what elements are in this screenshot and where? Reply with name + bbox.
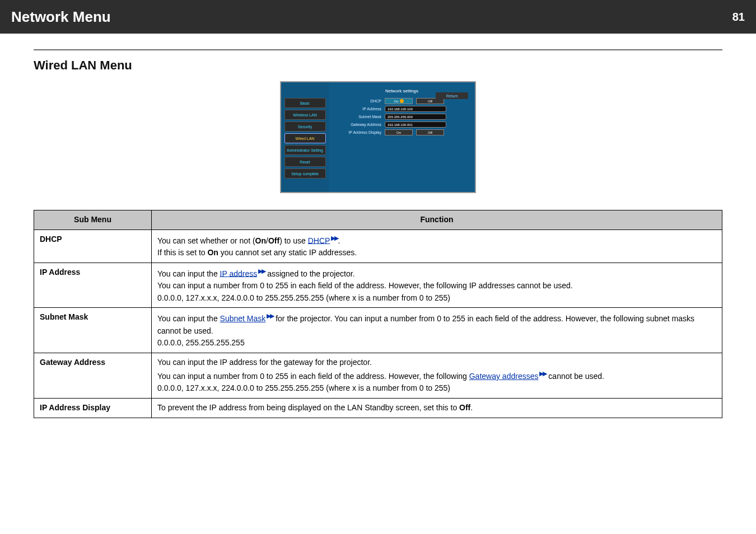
- screenshot-container: Basic Wireless LAN Security Wired LAN Ad…: [0, 81, 756, 193]
- gw-label: Gateway Address: [334, 123, 385, 127]
- sidebar-item-basic: Basic: [284, 98, 326, 108]
- ip-line2: You can input a number from 0 to 255 in …: [157, 280, 716, 292]
- settings-table-wrap: Sub Menu Function DHCP You can set wheth…: [34, 210, 722, 418]
- screenshot-sidebar: Basic Wireless LAN Security Wired LAN Ad…: [281, 82, 329, 192]
- row-mask-name: Subnet Mask: [34, 308, 152, 353]
- glossary-icon: ▶▶: [267, 312, 273, 319]
- gw-pre: You can input a number from 0 to 255 in …: [157, 372, 469, 381]
- page-number: 81: [732, 11, 745, 24]
- mask-label: Subnet Mask: [334, 115, 385, 119]
- return-button: Return: [436, 92, 468, 99]
- sidebar-item-reset: Reset: [284, 157, 326, 167]
- gw-value: 192.168.100.001: [385, 121, 446, 128]
- ipdisp-label: IP Address Display: [334, 130, 385, 134]
- section-title: Wired LAN Menu: [34, 58, 722, 73]
- row-gw-fn: You can input the IP address for the gat…: [152, 353, 722, 399]
- dhcp-on-bold: On: [255, 236, 266, 245]
- screenshot-main: Network settings Return DHCP On Off IP A…: [329, 82, 475, 192]
- ip-value: 192.168.100.100: [385, 106, 446, 112]
- mask-pre: You can input the: [157, 314, 220, 323]
- gw-line1: You can input the IP address for the gat…: [157, 357, 716, 369]
- th-function: Function: [152, 210, 722, 230]
- gw-link[interactable]: Gateway addresses: [469, 372, 539, 381]
- sidebar-item-wireless: Wireless LAN: [284, 110, 326, 120]
- dhcp-text: You can set whether or not (: [157, 236, 255, 245]
- row-dhcp-name: DHCP: [34, 229, 152, 263]
- dhcp-on-text: On: [394, 100, 398, 103]
- dhcp-line2-post: you cannot set any static IP addresses.: [218, 248, 357, 257]
- row-gw-name: Gateway Address: [34, 353, 152, 399]
- sidebar-item-admin: Administrator Setting: [284, 145, 326, 155]
- dhcp-label: DHCP: [334, 99, 385, 103]
- row-dhcp-fn: You can set whether or not (On/Off) to u…: [152, 229, 722, 263]
- ipdisp-pre: To prevent the IP address from being dis…: [157, 403, 459, 412]
- section-divider: [34, 49, 722, 50]
- ip-pre: You can input the: [157, 269, 220, 278]
- row-mask-fn: You can input the Subnet Mask▶▶ for the …: [152, 308, 722, 353]
- ipdisp-off-pill: Off: [416, 129, 444, 135]
- sidebar-item-setup-complete: Setup complete: [284, 168, 326, 179]
- ipdisp-post: .: [470, 403, 473, 412]
- dhcp-line2-on: On: [207, 248, 218, 257]
- ip-label: IP Address: [334, 107, 385, 111]
- sidebar-item-security: Security: [284, 121, 326, 132]
- settings-table: Sub Menu Function DHCP You can set wheth…: [34, 210, 722, 418]
- glossary-icon: ▶▶: [539, 370, 546, 377]
- ip-link[interactable]: IP address: [220, 269, 258, 278]
- dhcp-post: .: [338, 236, 340, 245]
- header-bar: Network Menu 81: [0, 0, 756, 34]
- ipdisp-off-bold: Off: [459, 403, 470, 412]
- row-ipdisp-name: IP Address Display: [34, 398, 152, 418]
- ip-line3: 0.0.0.0, 127.x.x.x, 224.0.0.0 to 255.255…: [157, 292, 716, 305]
- dhcp-on-pill: On: [385, 98, 413, 104]
- ip-post: assigned to the projector.: [265, 269, 354, 278]
- dhcp-link[interactable]: DHCP: [308, 236, 330, 245]
- mask-link[interactable]: Subnet Mask: [220, 314, 266, 323]
- page-title: Network Menu: [11, 8, 111, 26]
- sidebar-item-wired-lan: Wired LAN: [284, 133, 326, 143]
- mask-value: 255.255.255.000: [385, 114, 446, 120]
- glossary-icon: ▶▶: [331, 235, 338, 241]
- row-ip-fn: You can input the IP address▶▶ assigned …: [152, 263, 722, 308]
- row-ip-name: IP Address: [34, 263, 152, 308]
- ipdisp-on-pill: On: [385, 129, 413, 135]
- dhcp-line2-pre: If this is set to: [157, 248, 207, 257]
- dhcp-off-bold: Off: [268, 236, 279, 245]
- gw-line3: 0.0.0.0, 127.x.x.x, 224.0.0.0 to 255.255…: [157, 382, 716, 395]
- th-submenu: Sub Menu: [34, 210, 152, 230]
- dhcp-mid: ) to use: [279, 236, 308, 245]
- glossary-icon: ▶▶: [258, 268, 265, 274]
- gw-post: cannot be used.: [546, 372, 604, 381]
- selected-dot-icon: [400, 99, 404, 103]
- row-ipdisp-fn: To prevent the IP address from being dis…: [152, 398, 722, 418]
- mask-line2: 0.0.0.0, 255.255.255.255: [157, 337, 716, 349]
- network-settings-screenshot: Basic Wireless LAN Security Wired LAN Ad…: [280, 81, 476, 193]
